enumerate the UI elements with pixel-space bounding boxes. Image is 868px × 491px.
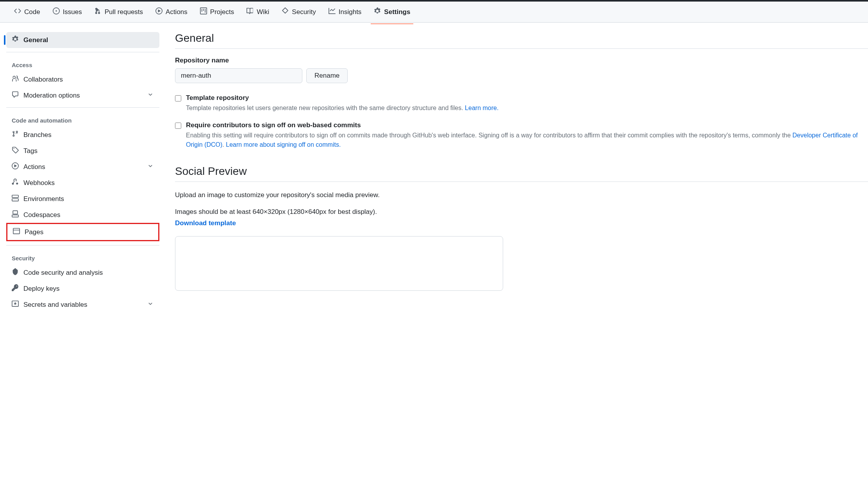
sidebar-item-label: Branches — [23, 131, 52, 139]
git-branch-icon — [12, 130, 19, 139]
key-icon — [12, 284, 19, 293]
people-icon — [12, 75, 19, 84]
template-repo-title: Template repository — [186, 94, 498, 102]
divider — [6, 245, 159, 246]
webhook-icon — [12, 178, 19, 187]
social-preview-title: Social Preview — [175, 165, 868, 182]
sidebar-item-label: Webhooks — [23, 179, 55, 187]
tab-label: Projects — [210, 8, 234, 16]
tab-label: Code — [24, 8, 40, 16]
book-icon — [246, 7, 254, 16]
tab-wiki[interactable]: Wiki — [242, 4, 274, 20]
social-preview-line1: Upload an image to customize your reposi… — [175, 190, 868, 201]
play-icon — [12, 162, 19, 171]
tab-label: Issues — [63, 8, 82, 16]
download-template-link[interactable]: Download template — [175, 219, 236, 227]
settings-main: General Repository name Rename Template … — [166, 32, 868, 313]
tab-pull-requests[interactable]: Pull requests — [90, 4, 148, 20]
tab-label: Pull requests — [105, 8, 143, 16]
issue-icon — [53, 7, 60, 16]
template-repo-checkbox[interactable] — [175, 95, 181, 101]
signoff-desc: Enabling this setting will require contr… — [186, 131, 868, 149]
tab-issues[interactable]: Issues — [48, 4, 87, 20]
settings-sidebar: General Access Collaborators Moderation … — [6, 32, 166, 313]
tab-security[interactable]: Security — [277, 4, 320, 20]
sidebar-item-general[interactable]: General — [6, 32, 159, 48]
social-preview-dropzone[interactable] — [175, 236, 503, 291]
page-title: General — [175, 32, 868, 49]
tab-label: Security — [292, 8, 316, 16]
repo-name-input[interactable] — [175, 68, 302, 83]
tab-label: Insights — [339, 8, 362, 16]
sidebar-item-label: Code security and analysis — [23, 269, 103, 277]
sidebar-item-moderation[interactable]: Moderation options — [6, 87, 159, 103]
signoff-checkbox[interactable] — [175, 123, 181, 129]
pr-icon — [95, 7, 102, 16]
sidebar-item-tags[interactable]: Tags — [6, 143, 159, 159]
sidebar-item-label: General — [23, 36, 48, 44]
sidebar-heading-code: Code and automation — [6, 112, 159, 127]
divider — [6, 52, 159, 52]
sidebar-heading-access: Access — [6, 56, 159, 71]
template-repo-desc: Template repositories let users generate… — [186, 103, 498, 113]
tab-settings[interactable]: Settings — [369, 4, 415, 20]
sidebar-item-environments[interactable]: Environments — [6, 191, 159, 207]
tab-label: Actions — [166, 8, 188, 16]
chevron-down-icon — [147, 91, 154, 100]
sidebar-item-label: Pages — [25, 228, 43, 236]
browser-icon — [13, 228, 20, 237]
tab-label: Settings — [384, 8, 410, 16]
template-learn-more-link[interactable]: Learn more. — [465, 105, 498, 111]
tab-projects[interactable]: Projects — [195, 4, 239, 20]
repo-tabs: Code Issues Pull requests Actions Projec… — [0, 0, 868, 23]
sidebar-item-code-security[interactable]: Code security and analysis — [6, 265, 159, 281]
sidebar-item-collaborators[interactable]: Collaborators — [6, 71, 159, 87]
play-icon — [155, 7, 163, 16]
sidebar-heading-security: Security — [6, 249, 159, 265]
signoff-title: Require contributors to sign off on web-… — [186, 121, 868, 129]
repo-name-label: Repository name — [175, 57, 868, 64]
tab-label: Wiki — [257, 8, 269, 16]
rename-button[interactable]: Rename — [306, 68, 348, 83]
gear-icon — [12, 36, 19, 44]
sidebar-item-label: Environments — [23, 195, 64, 203]
server-icon — [12, 194, 19, 203]
tag-icon — [12, 146, 19, 155]
signoff-learn-more-link[interactable]: Learn more about signing off on commits. — [226, 141, 341, 148]
sidebar-item-secrets[interactable]: Secrets and variables — [6, 297, 159, 313]
sidebar-item-pages[interactable]: Pages — [6, 223, 159, 241]
code-icon — [14, 7, 21, 16]
sidebar-item-label: Actions — [23, 163, 45, 171]
shield-scan-icon — [12, 268, 19, 277]
sidebar-item-label: Collaborators — [23, 76, 63, 84]
sidebar-item-label: Deploy keys — [23, 285, 60, 293]
sidebar-item-label: Secrets and variables — [23, 301, 87, 309]
divider — [6, 107, 159, 108]
project-icon — [200, 7, 207, 16]
sidebar-item-label: Moderation options — [23, 92, 80, 100]
asterisk-icon — [12, 300, 19, 309]
sidebar-item-deploy-keys[interactable]: Deploy keys — [6, 281, 159, 297]
sidebar-item-actions[interactable]: Actions — [6, 159, 159, 175]
tab-actions[interactable]: Actions — [151, 4, 192, 20]
tab-code[interactable]: Code — [9, 4, 45, 20]
comment-icon — [12, 91, 19, 100]
sidebar-item-label: Codespaces — [23, 211, 61, 219]
shield-icon — [282, 7, 289, 16]
chevron-down-icon — [147, 162, 154, 171]
sidebar-item-webhooks[interactable]: Webhooks — [6, 175, 159, 191]
graph-icon — [329, 7, 336, 16]
sidebar-item-branches[interactable]: Branches — [6, 127, 159, 143]
social-preview-line2: Images should be at least 640×320px (128… — [175, 206, 868, 218]
sidebar-item-codespaces[interactable]: Codespaces — [6, 207, 159, 223]
sidebar-item-label: Tags — [23, 147, 38, 155]
codespaces-icon — [12, 210, 19, 219]
tab-insights[interactable]: Insights — [324, 4, 366, 20]
gear-icon — [374, 7, 381, 16]
chevron-down-icon — [147, 300, 154, 309]
